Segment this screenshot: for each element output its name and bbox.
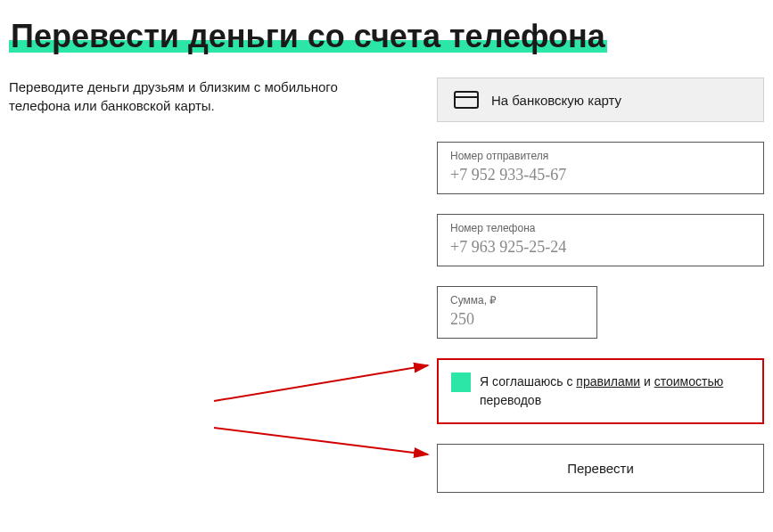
consent-box: Я соглашаюсь с правилами и стоимостью пе… <box>437 358 764 424</box>
phone-label: Номер телефона <box>450 222 751 234</box>
sender-field[interactable]: Номер отправителя <box>437 142 764 194</box>
page-title: Перевести деньги со счета телефона <box>9 18 607 54</box>
tab-label: На банковскую карту <box>491 93 621 108</box>
consent-text: Я соглашаюсь с правилами и стоимостью пе… <box>480 372 750 410</box>
amount-label: Сумма, ₽ <box>450 294 584 307</box>
amount-input[interactable] <box>450 310 584 329</box>
phone-field[interactable]: Номер телефона <box>437 214 764 266</box>
card-icon <box>454 91 479 109</box>
sender-label: Номер отправителя <box>450 150 751 162</box>
consent-checkbox[interactable] <box>451 372 471 392</box>
phone-input[interactable] <box>450 238 751 257</box>
sender-input[interactable] <box>450 166 751 184</box>
submit-button[interactable]: Перевести <box>437 444 764 493</box>
description-text: Переводите деньги друзьям и близким с мо… <box>9 78 401 115</box>
amount-field[interactable]: Сумма, ₽ <box>437 286 597 339</box>
tab-card-transfer[interactable]: На банковскую карту <box>437 78 764 122</box>
rules-link[interactable]: правилами <box>576 374 640 389</box>
cost-link[interactable]: стоимостью <box>654 374 723 389</box>
